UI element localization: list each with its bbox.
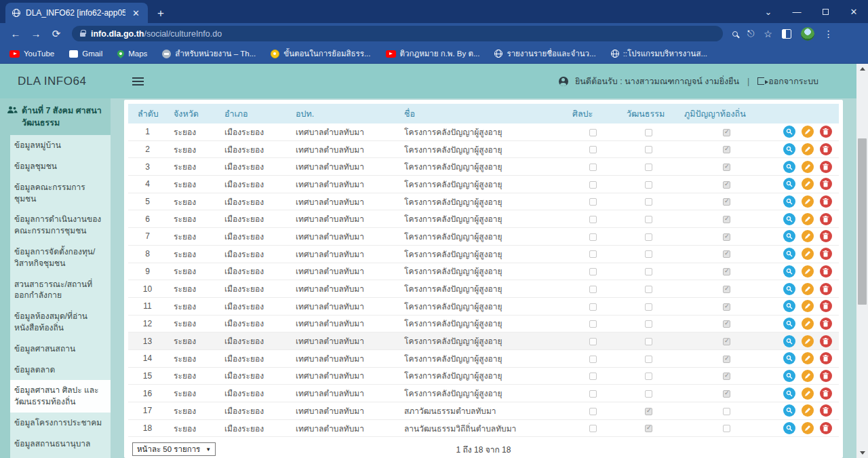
view-button[interactable] <box>783 161 795 173</box>
delete-button[interactable] <box>820 300 832 312</box>
bookmark-star-icon[interactable]: ☆ <box>764 28 772 39</box>
wisdom-checkbox[interactable] <box>723 425 730 432</box>
delete-button[interactable] <box>820 318 832 330</box>
wisdom-checkbox[interactable] <box>723 373 730 380</box>
culture-checkbox[interactable] <box>645 129 652 136</box>
culture-checkbox[interactable] <box>645 233 652 241</box>
culture-checkbox[interactable] <box>645 286 652 293</box>
art-checkbox[interactable] <box>589 303 597 311</box>
view-button[interactable] <box>783 143 795 155</box>
edit-button[interactable] <box>802 283 814 295</box>
art-checkbox[interactable] <box>589 356 597 363</box>
view-button[interactable] <box>783 318 795 330</box>
edit-button[interactable] <box>802 422 814 434</box>
art-checkbox[interactable] <box>589 146 597 153</box>
sidebar-item[interactable]: ข้อมูลศาสนา ศิลปะ และวัฒนธรรมท้องถิ่น <box>10 380 111 413</box>
wisdom-checkbox[interactable] <box>723 250 730 258</box>
edit-button[interactable] <box>802 404 814 417</box>
art-checkbox[interactable] <box>589 286 597 293</box>
view-button[interactable] <box>783 387 795 400</box>
edit-button[interactable] <box>802 213 814 225</box>
art-checkbox[interactable] <box>589 129 597 136</box>
sidebar-item[interactable]: ข้อมูลศาสนสถาน <box>10 339 111 360</box>
wisdom-checkbox[interactable] <box>723 390 730 398</box>
view-button[interactable] <box>783 248 795 260</box>
view-button[interactable] <box>783 335 795 347</box>
sidebar-item[interactable]: ข้อมูลคณะกรรมการชุมชน <box>10 177 111 210</box>
bookmark-item[interactable]: Maps <box>117 50 147 58</box>
sidebar-item[interactable]: ข้อมูลการจัดตั้งกองทุน/วิสาหกิจชุมชน <box>10 242 111 274</box>
view-button[interactable] <box>783 195 795 208</box>
culture-checkbox[interactable] <box>645 303 652 311</box>
delete-button[interactable] <box>820 283 832 295</box>
reload-button[interactable]: ⟳ <box>47 28 65 40</box>
sidebar-item[interactable]: ข้อมูลชุมชน <box>10 156 111 177</box>
col-header-district[interactable]: อำเภอ <box>218 107 289 121</box>
view-button[interactable] <box>783 213 795 225</box>
edit-button[interactable] <box>802 248 814 260</box>
bookmark-item[interactable]: Gmail <box>69 50 102 58</box>
art-checkbox[interactable] <box>589 268 597 275</box>
edit-button[interactable] <box>802 161 814 173</box>
culture-checkbox[interactable] <box>645 338 652 345</box>
edit-button[interactable] <box>802 178 814 190</box>
col-header-index[interactable]: ลำดับ <box>128 107 167 121</box>
art-checkbox[interactable] <box>589 250 597 258</box>
page-scrollbar[interactable] <box>856 64 868 458</box>
new-tab-button[interactable]: + <box>157 7 164 23</box>
art-checkbox[interactable] <box>589 233 597 241</box>
culture-checkbox[interactable] <box>645 320 652 328</box>
sidebar-item[interactable]: ข้อมูลห้องสมุด/ที่อ่านหนังสือท้องถิ่น <box>10 306 111 339</box>
wisdom-checkbox[interactable] <box>723 268 730 275</box>
culture-checkbox[interactable] <box>645 146 652 153</box>
edit-button[interactable] <box>802 335 814 347</box>
sidebar-item[interactable]: ข้อมูลตลาด <box>10 360 111 381</box>
wisdom-checkbox[interactable] <box>723 233 730 241</box>
scroll-up-icon[interactable] <box>856 64 868 74</box>
edit-button[interactable] <box>802 300 814 312</box>
delete-button[interactable] <box>820 195 832 208</box>
profile-avatar[interactable] <box>801 27 814 41</box>
col-header-province[interactable]: จังหวัด <box>167 107 218 121</box>
wisdom-checkbox[interactable] <box>723 408 730 415</box>
scroll-down-icon[interactable] <box>856 448 868 458</box>
view-button[interactable] <box>783 265 795 278</box>
culture-checkbox[interactable] <box>645 250 652 258</box>
sidebar-item[interactable]: สวนสาธารณะ/สถานที่ออกกำลังกาย <box>10 274 111 307</box>
art-checkbox[interactable] <box>589 408 597 415</box>
edit-button[interactable] <box>802 318 814 330</box>
window-menu-chevron-icon[interactable]: ⌄ <box>754 0 783 23</box>
forward-button[interactable]: → <box>27 28 45 39</box>
delete-button[interactable] <box>820 248 832 260</box>
delete-button[interactable] <box>820 161 832 173</box>
delete-button[interactable] <box>820 370 832 382</box>
culture-checkbox[interactable] <box>645 408 652 415</box>
culture-checkbox[interactable] <box>645 268 652 275</box>
wisdom-checkbox[interactable] <box>723 164 730 171</box>
delete-button[interactable] <box>820 213 832 225</box>
art-checkbox[interactable] <box>589 425 597 432</box>
window-restore-button[interactable] <box>811 0 840 23</box>
window-close-button[interactable]: ✕ <box>840 0 868 23</box>
view-button[interactable] <box>783 283 795 295</box>
culture-checkbox[interactable] <box>645 356 652 363</box>
bookmark-item[interactable]: ขั้นตอนในการย้อมสิธรร... <box>271 47 370 60</box>
edit-button[interactable] <box>802 230 814 242</box>
wisdom-checkbox[interactable] <box>723 320 730 328</box>
bookmark-item[interactable]: ::โปรแกรมบริหารงานส... <box>611 47 707 60</box>
culture-checkbox[interactable] <box>645 216 652 223</box>
browser-tab[interactable]: DLA_INFO62 [info62-app05] ✕ <box>5 3 148 23</box>
view-button[interactable] <box>783 230 795 242</box>
delete-button[interactable] <box>820 230 832 242</box>
view-button[interactable] <box>783 352 795 364</box>
hamburger-menu-icon[interactable] <box>132 77 144 85</box>
art-checkbox[interactable] <box>589 181 597 189</box>
side-panel-icon[interactable] <box>782 29 791 39</box>
art-checkbox[interactable] <box>589 198 597 206</box>
culture-checkbox[interactable] <box>645 425 652 432</box>
tab-close-icon[interactable]: ✕ <box>131 8 141 18</box>
edit-button[interactable] <box>802 352 814 364</box>
art-checkbox[interactable] <box>589 216 597 223</box>
zoom-icon[interactable] <box>732 31 738 37</box>
view-button[interactable] <box>783 370 795 382</box>
